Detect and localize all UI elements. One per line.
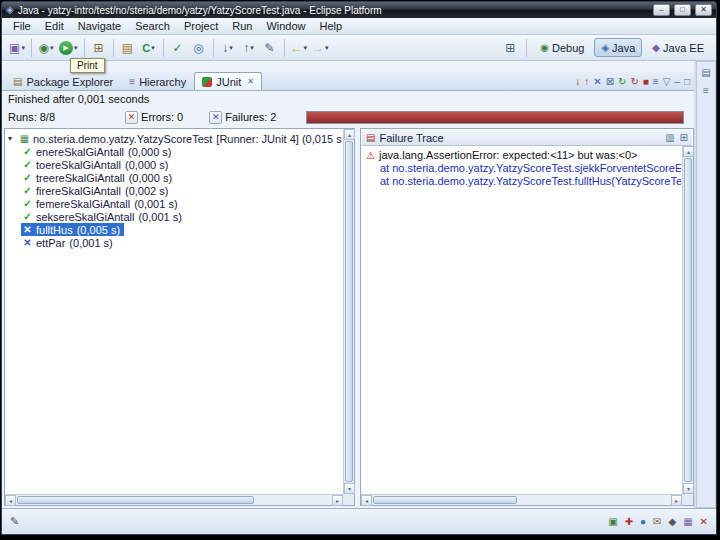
scroll-down-icon[interactable]: ▾ xyxy=(344,483,355,494)
test-row[interactable]: ✓ seksereSkalGiAntall (0,001 s) xyxy=(21,210,186,223)
compare-result-icon[interactable]: ⊞ xyxy=(680,132,688,143)
trace-stack-line[interactable]: at no.steria.demo.yatzy.YatzyScoreTest.s… xyxy=(380,162,681,175)
menu-item-navigate[interactable]: Navigate xyxy=(71,19,128,33)
trace-stack-line[interactable]: at no.steria.demo.yatzy.YatzyScoreTest.f… xyxy=(380,175,681,188)
test-time: (0,000 s) xyxy=(129,172,172,184)
scroll-lock-icon[interactable]: ⊠ xyxy=(606,76,614,88)
new-java-project-button[interactable]: ⊞ xyxy=(89,38,109,58)
perspective-debug-button[interactable]: ◉ Debug xyxy=(533,38,591,57)
close-tab-icon[interactable]: ✕ xyxy=(247,77,254,86)
test-row[interactable]: ✕ ettPar (0,001 s) xyxy=(21,236,117,249)
test-row[interactable]: ✓ treereSkalGiAntall (0,000 s) xyxy=(21,171,176,184)
minimize-button[interactable]: – xyxy=(653,4,670,16)
scrollbar-thumb[interactable] xyxy=(345,141,353,482)
test-pass-icon: ✓ xyxy=(21,185,34,196)
menu-item-project[interactable]: Project xyxy=(177,19,225,33)
scrollbar-thumb[interactable] xyxy=(373,496,517,504)
status-plugin-icon-5[interactable]: ◆ xyxy=(668,516,676,527)
perspective-java-button[interactable]: ◈ Java xyxy=(594,38,642,57)
failure-trace-icon: ▤ xyxy=(366,132,375,143)
menu-item-search[interactable]: Search xyxy=(128,19,177,33)
scrollbar-thumb[interactable] xyxy=(684,158,692,482)
new-class-button[interactable]: C ▾ xyxy=(139,38,159,58)
last-edit-location-button[interactable]: ✎ xyxy=(260,38,280,58)
test-name: seksereSkalGiAntall xyxy=(36,211,134,223)
scroll-left-icon[interactable]: ◂ xyxy=(361,495,372,506)
minimize-view-icon[interactable]: – xyxy=(674,76,680,88)
rerun-test-icon[interactable]: ↻ xyxy=(618,76,626,88)
scroll-right-icon[interactable]: ▸ xyxy=(671,495,682,506)
tab-hierarchy[interactable]: ≡ Hierarchy xyxy=(121,72,194,90)
show-failures-only-icon[interactable]: ✕ xyxy=(593,76,601,88)
perspective-javaee-button[interactable]: ◆ Java EE xyxy=(645,38,711,57)
scrollbar-thumb[interactable] xyxy=(17,496,254,504)
next-failed-test-icon[interactable]: ↓ xyxy=(575,76,580,88)
test-run-history-icon[interactable]: ≡ xyxy=(653,76,659,88)
expander-icon[interactable]: ▾ xyxy=(8,134,18,143)
rerun-failed-first-icon[interactable]: ↻ xyxy=(630,76,638,88)
scroll-up-icon[interactable]: ▴ xyxy=(344,129,355,140)
scroll-down-icon[interactable]: ▾ xyxy=(683,483,694,494)
forward-button[interactable]: → ▾ xyxy=(310,38,331,58)
menu-item-run[interactable]: Run xyxy=(225,19,259,33)
view-menu-icon[interactable]: ▽ xyxy=(663,76,671,88)
fast-view-icon-a[interactable]: ▤ xyxy=(701,67,710,78)
test-row[interactable]: ✓ femereSkalGiAntall (0,001 s) xyxy=(21,197,182,210)
test-row[interactable]: ✓ firereSkalGiAntall (0,002 s) xyxy=(21,184,172,197)
menu-item-edit[interactable]: Edit xyxy=(38,19,71,33)
new-package-button[interactable]: ▤ xyxy=(118,38,138,58)
test-name: enereSkalGiAntall xyxy=(36,146,124,158)
junit-test-button[interactable]: ✓ xyxy=(168,38,188,58)
test-row[interactable]: ✓ toereSkalGiAntall (0,000 s) xyxy=(21,158,172,171)
scroll-up-icon[interactable]: ▴ xyxy=(683,146,694,157)
tree-vertical-scrollbar[interactable]: ▴ ▾ xyxy=(343,129,354,494)
test-pass-icon: ✓ xyxy=(21,211,34,222)
titlebar[interactable]: ◈ Java - yatzy-intro/test/no/steria/demo… xyxy=(2,2,716,18)
maximize-view-icon[interactable]: □ xyxy=(684,76,690,88)
test-row[interactable]: ✓ enereSkalGiAntall (0,000 s) xyxy=(21,145,175,158)
stop-test-run-icon[interactable]: ■ xyxy=(643,76,649,88)
status-plugin-icon-2[interactable]: ✚ xyxy=(625,516,633,527)
stack-filter-icon[interactable]: ▥ xyxy=(665,132,674,143)
status-plugin-icon-6[interactable]: ▦ xyxy=(683,516,692,527)
debug-button[interactable]: ◉ ▾ xyxy=(36,38,56,58)
trace-horizontal-scrollbar[interactable]: ◂ ▸ xyxy=(361,494,682,505)
run-button[interactable]: ▶ ▾ xyxy=(57,38,80,58)
previous-failed-test-icon[interactable]: ↑ xyxy=(584,76,589,88)
close-button[interactable]: ✕ xyxy=(695,4,712,16)
status-plugin-icon-1[interactable]: ▣ xyxy=(608,516,617,527)
menu-item-window[interactable]: Window xyxy=(259,19,312,33)
menu-item-help[interactable]: Help xyxy=(313,19,350,33)
tab-package-explorer[interactable]: ▤ Package Explorer xyxy=(5,72,121,90)
menu-item-file[interactable]: File xyxy=(6,19,38,33)
search-button[interactable]: ◎ xyxy=(189,38,209,58)
view-tab-row: ▤ Package Explorer ≡ Hierarchy JUnit ✕ ↓… xyxy=(2,72,694,91)
test-suite-row[interactable]: ▾ ▦ no.steria.demo.yatzy.YatzyScoreTest … xyxy=(8,132,342,145)
open-perspective-button[interactable]: ⊞ xyxy=(500,38,520,58)
errors-value: 0 xyxy=(177,111,183,123)
test-tree-panel: ▾ ▦ no.steria.demo.yatzy.YatzyScoreTest … xyxy=(4,128,355,506)
trace-exception-line[interactable]: ⚠ java.lang.AssertionError: expected:<11… xyxy=(366,149,681,162)
tab-junit[interactable]: JUnit ✕ xyxy=(194,72,262,90)
new-wizard-button[interactable]: ▣ ▾ xyxy=(7,38,27,58)
scroll-right-icon[interactable]: ▸ xyxy=(332,495,343,506)
status-plugin-icon-3[interactable]: ● xyxy=(640,516,646,527)
back-button[interactable]: ← ▾ xyxy=(289,38,310,58)
chevron-down-icon: ▾ xyxy=(229,44,233,52)
next-annotation-button[interactable]: ↓ ▾ xyxy=(218,38,238,58)
status-plugin-icon-7[interactable]: ✕ xyxy=(700,516,708,527)
writable-pencil-icon: ✎ xyxy=(10,515,19,528)
previous-annotation-button[interactable]: ↑ ▾ xyxy=(239,38,259,58)
trace-vertical-scrollbar[interactable]: ▴ ▾ xyxy=(682,146,693,494)
test-row-selected[interactable]: ✕ fulltHus (0,005 s) xyxy=(21,223,124,236)
scroll-left-icon[interactable]: ◂ xyxy=(5,495,16,506)
status-plugin-icon-4[interactable]: ✉ xyxy=(653,516,661,527)
test-time: (0,001 s) xyxy=(69,237,112,249)
exception-icon: ⚠ xyxy=(366,149,375,162)
fast-view-icon-b[interactable]: ≡ xyxy=(703,85,709,96)
maximize-button[interactable]: □ xyxy=(674,4,691,16)
tree-horizontal-scrollbar[interactable]: ◂ ▸ xyxy=(5,494,343,505)
chevron-down-icon: ▾ xyxy=(50,44,54,52)
test-fail-icon: ✕ xyxy=(21,237,34,248)
test-progress-bar xyxy=(306,111,684,124)
